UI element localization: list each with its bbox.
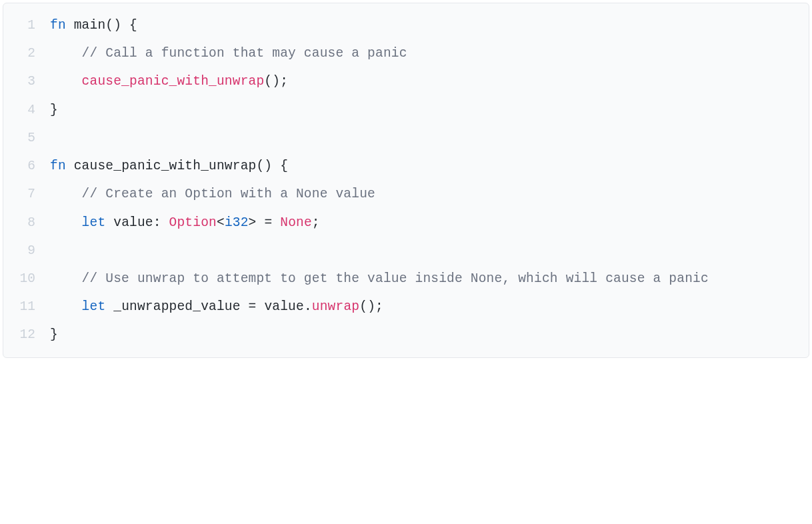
- code-token: >: [249, 215, 257, 230]
- code-block: 1fn main() {2 // Call a function that ma…: [3, 3, 809, 358]
- code-line: 7 // Create an Option with a None value: [9, 184, 795, 204]
- code-content: }: [50, 100, 795, 120]
- code-token: [66, 159, 74, 173]
- line-number: 4: [9, 100, 50, 120]
- code-token: unwrap: [312, 299, 359, 314]
- code-content: fn main() {: [50, 15, 795, 35]
- code-token: cause_panic_with_unwrap: [82, 74, 265, 89]
- code-token: // Create an Option with a None value: [82, 187, 375, 201]
- code-token: ();: [359, 299, 383, 314]
- code-token: value: [113, 215, 153, 230]
- code-token: :: [153, 215, 161, 230]
- code-token: [257, 215, 265, 230]
- code-token: value: [264, 299, 304, 314]
- code-token: [105, 299, 113, 314]
- line-number: 2: [9, 43, 50, 63]
- code-token: .: [304, 299, 312, 314]
- code-token: [121, 18, 129, 33]
- code-line: 11 let _unwrapped_value = value.unwrap()…: [9, 297, 795, 317]
- line-number: 8: [9, 213, 50, 233]
- code-token: // Call a function that may cause a pani…: [82, 46, 407, 61]
- line-number: 6: [9, 156, 50, 176]
- code-token: let: [82, 215, 106, 230]
- code-token: [256, 299, 264, 314]
- code-token: [241, 299, 249, 314]
- line-number: 1: [9, 15, 50, 35]
- code-content: // Use unwrap to attempt to get the valu…: [50, 269, 795, 289]
- line-number: 9: [9, 241, 50, 261]
- code-token: main: [74, 18, 106, 33]
- code-token: None: [280, 215, 312, 230]
- code-content: let _unwrapped_value = value.unwrap();: [50, 297, 795, 317]
- code-token: ;: [312, 215, 320, 230]
- code-token: (): [105, 18, 121, 33]
- line-number: 3: [9, 71, 50, 91]
- code-line: 5: [9, 128, 795, 148]
- code-token: fn: [50, 159, 66, 173]
- code-token: ();: [264, 74, 288, 89]
- code-line: 10 // Use unwrap to attempt to get the v…: [9, 269, 795, 289]
- code-token: [161, 215, 169, 230]
- code-token: fn: [50, 18, 66, 33]
- code-line: 3 cause_panic_with_unwrap();: [9, 71, 795, 91]
- code-token: {: [129, 18, 137, 33]
- code-line: 8 let value: Option<i32> = None;: [9, 213, 795, 233]
- code-content: }: [50, 325, 795, 345]
- code-content: [50, 241, 795, 261]
- code-token: <: [217, 215, 225, 230]
- line-number: 10: [9, 269, 50, 289]
- code-line: 2 // Call a function that may cause a pa…: [9, 43, 795, 63]
- line-number: 12: [9, 325, 50, 345]
- code-line: 4}: [9, 100, 795, 120]
- code-token: cause_panic_with_unwrap: [74, 159, 257, 173]
- code-token: =: [264, 215, 272, 230]
- code-content: [50, 128, 795, 148]
- code-token: let: [82, 299, 106, 314]
- code-token: [272, 159, 280, 173]
- code-content: cause_panic_with_unwrap();: [50, 71, 795, 91]
- code-line: 12}: [9, 325, 795, 345]
- code-token: (): [256, 159, 272, 173]
- code-content: fn cause_panic_with_unwrap() {: [50, 156, 795, 176]
- code-content: // Call a function that may cause a pani…: [50, 43, 795, 63]
- code-line: 9: [9, 241, 795, 261]
- code-content: // Create an Option with a None value: [50, 184, 795, 204]
- code-token: _unwrapped_value: [113, 299, 240, 314]
- code-token: }: [50, 103, 58, 117]
- line-number: 7: [9, 184, 50, 204]
- line-number: 11: [9, 297, 50, 317]
- code-token: Option: [169, 215, 217, 230]
- code-token: {: [280, 159, 288, 173]
- line-number: 5: [9, 128, 50, 148]
- code-token: [105, 215, 113, 230]
- code-token: }: [50, 327, 58, 342]
- code-content: let value: Option<i32> = None;: [50, 213, 795, 233]
- code-token: [66, 18, 74, 33]
- code-token: [272, 215, 280, 230]
- code-token: // Use unwrap to attempt to get the valu…: [82, 271, 709, 286]
- code-line: 6fn cause_panic_with_unwrap() {: [9, 156, 795, 176]
- code-token: i32: [225, 215, 249, 230]
- code-line: 1fn main() {: [9, 15, 795, 35]
- code-token: =: [249, 299, 257, 314]
